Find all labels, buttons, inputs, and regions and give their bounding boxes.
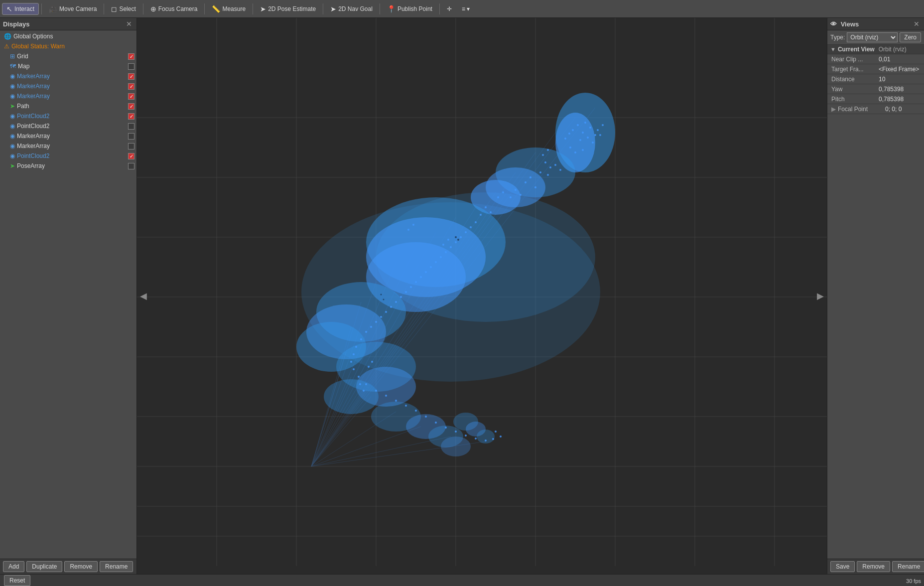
move-camera-button[interactable]: 🎥 Move Camera: [44, 3, 101, 15]
svg-point-106: [405, 291, 407, 293]
markerarray5-checkbox[interactable]: [128, 143, 134, 149]
publish-point-icon: 📍: [387, 5, 396, 13]
pointcloud2-1-label: PointCloud2: [17, 113, 126, 120]
pose-estimate-icon: ➤: [260, 5, 266, 13]
map-checkbox[interactable]: [128, 63, 134, 70]
svg-point-66: [592, 142, 594, 144]
svg-point-74: [569, 146, 571, 148]
focal-point-expand[interactable]: ▶: [831, 106, 836, 113]
svg-point-23: [486, 167, 545, 207]
pointcloud2-3-checkbox[interactable]: [128, 153, 134, 159]
interact-icon: ↖: [6, 5, 12, 13]
svg-point-34: [371, 402, 421, 432]
display-item-posearray[interactable]: ➤ PoseArray: [0, 161, 136, 171]
displays-close-button[interactable]: ✕: [125, 20, 133, 28]
markerarray3-checkbox[interactable]: [128, 93, 134, 100]
pointcloud2-2-icon: ◉: [10, 123, 15, 130]
svg-point-77: [544, 161, 546, 163]
display-item-map[interactable]: 🗺 Map: [0, 61, 136, 71]
svg-point-84: [525, 181, 527, 183]
save-view-button[interactable]: Save: [830, 561, 855, 572]
pointcloud2-1-checkbox[interactable]: [128, 113, 134, 120]
markerarray5-label: MarkerArray: [17, 143, 126, 149]
select-button[interactable]: ◻ Select: [107, 3, 140, 15]
nav-arrow-right[interactable]: ▶: [817, 291, 824, 301]
interact-button[interactable]: ↖ Interact: [2, 3, 39, 15]
focus-camera-button[interactable]: ⊕ Focus Camera: [146, 3, 202, 15]
remove-view-button[interactable]: Remove: [857, 561, 890, 572]
nav-goal-button[interactable]: ➤ 2D Nav Goal: [326, 3, 377, 15]
viewport[interactable]: .grid-line { stroke: #555; stroke-width:…: [137, 18, 827, 574]
move-camera-icon: 🎥: [49, 5, 57, 13]
markerarray2-checkbox[interactable]: [128, 83, 134, 90]
rename-button[interactable]: Rename: [100, 561, 133, 572]
markerarray4-checkbox[interactable]: [128, 133, 134, 140]
views-header: 👁 Views ✕: [827, 18, 924, 30]
svg-point-71: [597, 129, 599, 131]
svg-point-127: [425, 416, 427, 418]
display-item-markerarray-5[interactable]: ◉ MarkerArray: [0, 141, 136, 151]
svg-point-95: [460, 236, 462, 238]
posearray-checkbox[interactable]: [128, 163, 134, 169]
display-item-global-status[interactable]: ⚠ Global Status: Warn: [0, 41, 136, 51]
display-item-markerarray-4[interactable]: ◉ MarkerArray: [0, 131, 136, 141]
measure-button[interactable]: 📏 Measure: [207, 3, 250, 15]
markerarray1-checkbox[interactable]: [128, 73, 134, 80]
markerarray2-label: MarkerArray: [17, 83, 126, 90]
svg-point-86: [515, 189, 517, 191]
markerarray5-icon: ◉: [10, 143, 15, 149]
svg-point-18: [301, 202, 600, 382]
svg-line-58: [311, 412, 396, 466]
svg-point-116: [355, 346, 357, 348]
menu-button[interactable]: ≡ ▾: [457, 3, 474, 14]
add-icon-button[interactable]: ✛: [442, 3, 456, 14]
svg-point-139: [371, 361, 373, 363]
pointcloud2-2-checkbox[interactable]: [128, 123, 134, 130]
svg-point-150: [568, 133, 570, 135]
display-item-markerarray-2[interactable]: ◉ MarkerArray: [0, 81, 136, 91]
display-item-global-options[interactable]: 🌐 Global Options: [0, 31, 136, 41]
separator-4: [204, 3, 205, 14]
svg-line-51: [311, 262, 396, 466]
svg-point-21: [555, 113, 595, 172]
type-label: Type:: [830, 34, 845, 41]
map-label: Map: [18, 63, 126, 70]
type-select[interactable]: Orbit (rviz): [847, 32, 898, 42]
display-item-markerarray-3[interactable]: ◉ MarkerArray: [0, 91, 136, 101]
current-view-header[interactable]: ▼ Current View Orbit (rviz): [827, 45, 924, 54]
pose-estimate-button[interactable]: ➤ 2D Pose Estimate: [256, 3, 320, 15]
display-item-grid[interactable]: ⊞ Grid: [0, 51, 136, 61]
svg-point-142: [447, 239, 449, 241]
svg-point-135: [500, 436, 502, 438]
right-panel: 👁 Views ✕ Type: Orbit (rviz) Zero ▼ Curr…: [827, 18, 924, 574]
separator-7: [380, 3, 380, 14]
svg-point-114: [365, 331, 367, 333]
zero-button[interactable]: Zero: [900, 32, 921, 42]
svg-point-120: [358, 376, 360, 378]
display-item-pointcloud2-2[interactable]: ◉ PointCloud2: [0, 121, 136, 131]
svg-point-94: [465, 231, 467, 233]
publish-point-button[interactable]: 📍 Publish Point: [383, 3, 437, 15]
display-item-pointcloud2-3[interactable]: ◉ PointCloud2: [0, 151, 136, 161]
remove-button[interactable]: Remove: [64, 561, 98, 572]
svg-point-85: [534, 186, 536, 188]
rename-view-button[interactable]: Rename: [892, 561, 924, 572]
prop-distance: Distance 10: [827, 74, 924, 84]
svg-point-19: [376, 192, 595, 322]
views-close-button[interactable]: ✕: [912, 20, 921, 28]
svg-point-118: [350, 361, 352, 363]
svg-point-90: [490, 211, 492, 213]
add-button[interactable]: Add: [3, 561, 24, 572]
grid-label: Grid: [17, 53, 126, 60]
grid-svg: .grid-line { stroke: #555; stroke-width:…: [137, 18, 827, 574]
display-item-path[interactable]: ➤ Path: [0, 101, 136, 111]
nav-arrow-left[interactable]: ◀: [140, 291, 147, 301]
duplicate-button[interactable]: Duplicate: [26, 561, 62, 572]
svg-line-41: [311, 108, 595, 466]
display-item-markerarray-1[interactable]: ◉ MarkerArray: [0, 71, 136, 81]
grid-checkbox[interactable]: [128, 53, 134, 60]
svg-point-109: [390, 306, 392, 308]
path-checkbox[interactable]: [128, 103, 134, 110]
reset-button[interactable]: Reset: [4, 575, 30, 586]
display-item-pointcloud2-1[interactable]: ◉ PointCloud2: [0, 111, 136, 121]
